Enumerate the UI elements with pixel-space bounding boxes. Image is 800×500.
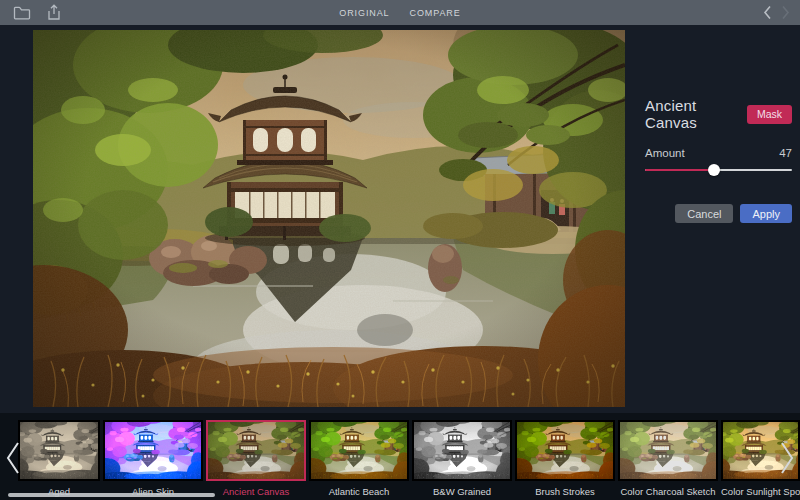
filter-name-label: Brush Strokes xyxy=(515,486,615,497)
filter-preview-image xyxy=(18,420,100,481)
app-window: ORIGINAL COMPARE Ancient Canvas Mask xyxy=(0,0,800,500)
apply-button[interactable]: Apply xyxy=(740,204,792,223)
chevron-left-icon xyxy=(3,440,23,476)
filter-preview-image xyxy=(618,420,718,481)
original-button[interactable]: ORIGINAL xyxy=(339,8,389,18)
filmstrip-item-alien-skin[interactable]: Alien Skin xyxy=(103,420,203,497)
chevron-right-icon xyxy=(781,5,790,20)
filter-name-label: Atlantic Beach xyxy=(309,486,409,497)
filmstrip-item-ancient-canvas[interactable]: Ancient Canvas xyxy=(206,420,306,497)
compare-button[interactable]: COMPARE xyxy=(410,8,461,18)
filmstrip-item-brush-strokes[interactable]: Brush Strokes xyxy=(515,420,615,497)
mask-button[interactable]: Mask xyxy=(747,105,792,124)
photo-main xyxy=(33,30,625,407)
amount-slider[interactable] xyxy=(645,163,792,177)
filmstrip-scrollbar[interactable] xyxy=(8,493,215,497)
next-photo-button[interactable] xyxy=(781,5,790,20)
filmstrip-item-aged[interactable]: Aged xyxy=(18,420,100,497)
filter-preview-image xyxy=(412,420,512,481)
filter-preview-image xyxy=(206,420,306,481)
filmstrip-item-b-w-grained[interactable]: B&W Grained xyxy=(412,420,512,497)
slider-fill xyxy=(645,169,714,171)
chevron-right-icon xyxy=(777,440,797,476)
chevron-left-icon xyxy=(763,5,772,20)
view-toggle: ORIGINAL COMPARE xyxy=(0,0,800,25)
filter-name-label: Ancient Canvas xyxy=(206,486,306,497)
filter-panel: Ancient Canvas Mask Amount 47 Cancel App… xyxy=(645,104,792,223)
filter-preview-image xyxy=(515,420,615,481)
photo-canvas xyxy=(33,30,625,407)
amount-value: 47 xyxy=(779,147,792,159)
filter-preview-image xyxy=(309,420,409,481)
filter-name-label: Color Charcoal Sketch xyxy=(618,486,718,497)
amount-label: Amount xyxy=(645,147,685,159)
slider-thumb[interactable] xyxy=(708,164,720,176)
filter-name-label: Color Sunlight Spots xyxy=(721,486,800,497)
toolbar-nav xyxy=(763,0,790,25)
filter-filmstrip: AgedAlien SkinAncient CanvasAtlantic Bea… xyxy=(0,413,800,500)
filmstrip-scroll-right-button[interactable] xyxy=(777,440,797,476)
filmstrip-item-atlantic-beach[interactable]: Atlantic Beach xyxy=(309,420,409,497)
filter-title: Ancient Canvas xyxy=(645,97,747,131)
filter-preview-image xyxy=(103,420,203,481)
cancel-button[interactable]: Cancel xyxy=(675,204,733,223)
toolbar: ORIGINAL COMPARE xyxy=(0,0,800,25)
filmstrip-scroll-left-button[interactable] xyxy=(3,440,23,476)
filter-name-label: B&W Grained xyxy=(412,486,512,497)
previous-photo-button[interactable] xyxy=(763,5,772,20)
filmstrip-item-color-charcoal-sketch[interactable]: Color Charcoal Sketch xyxy=(618,420,718,497)
